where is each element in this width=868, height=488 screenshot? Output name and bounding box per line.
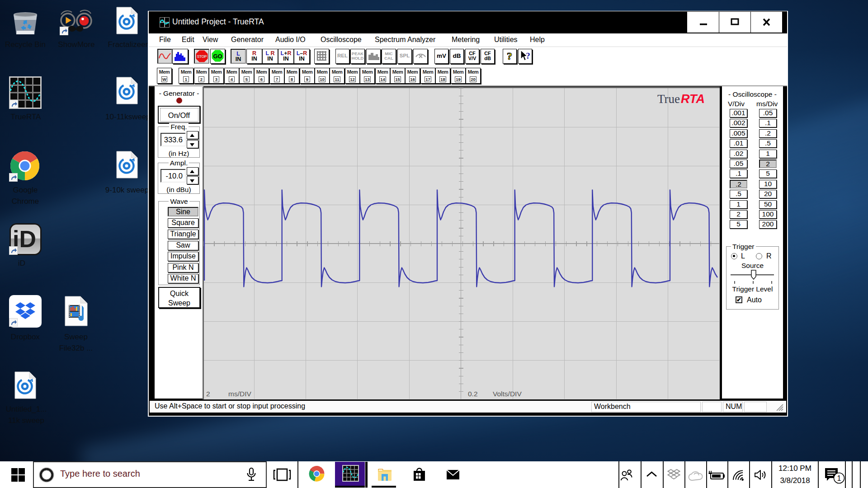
- svg-text:Volts/DIV: Volts/DIV: [493, 390, 522, 398]
- svg-text:2: 2: [206, 390, 210, 398]
- svg-text:RTA: RTA: [681, 92, 705, 106]
- svg-text:0.2: 0.2: [468, 390, 478, 398]
- svg-text:GO: GO: [213, 53, 222, 60]
- svg-text:1: 1: [837, 474, 841, 482]
- svg-text:True: True: [657, 92, 680, 106]
- svg-text:STOP: STOP: [197, 54, 207, 59]
- svg-text:ms/DIV: ms/DIV: [228, 390, 251, 398]
- svg-text:?: ?: [507, 50, 512, 62]
